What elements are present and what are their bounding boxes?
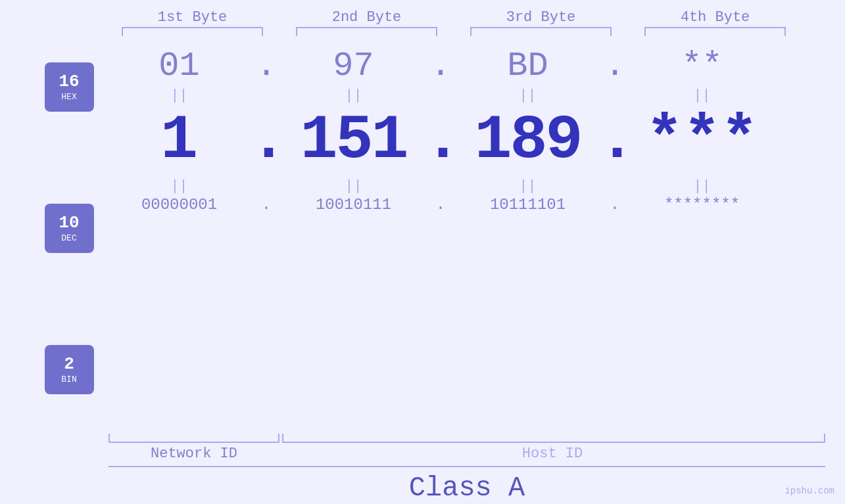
bracket-byte3 [470, 27, 612, 36]
dec-number: 10 [59, 214, 79, 233]
eq1-4: || [631, 87, 773, 104]
bin-val-4: ******** [631, 196, 773, 214]
dec-val-3: 189 [457, 105, 598, 176]
hex-val-1: 01 [109, 47, 250, 85]
class-section: Class A [0, 466, 845, 504]
bottom-labels: Network ID Host ID [109, 446, 825, 462]
bin-val-2: 10010111 [283, 196, 424, 214]
bracket-byte1 [122, 27, 263, 36]
eq1-1: || [109, 87, 250, 104]
attribution: ipshu.com [785, 486, 834, 496]
eq-row-1: || || || || [109, 85, 845, 105]
bracket-byte2 [296, 27, 437, 36]
hex-val-2: 97 [283, 47, 424, 85]
bottom-area: Network ID Host ID [0, 434, 845, 462]
header-byte2: 2nd Byte [296, 9, 437, 26]
dec-dot-1: . [250, 105, 283, 176]
top-brackets [0, 27, 845, 36]
hex-row: 01 . 97 . BD . ** [109, 47, 845, 85]
byte-headers: 1st Byte 2nd Byte 3rd Byte 4th Byte [0, 0, 845, 26]
header-byte3: 3rd Byte [470, 9, 612, 26]
eq-row-2: || || || || [109, 176, 845, 196]
eq2-2: || [283, 178, 424, 195]
eq2-3: || [457, 178, 598, 195]
hex-badge: 16 HEX [45, 62, 94, 112]
hex-val-4: ** [631, 47, 773, 85]
class-label: Class A [409, 472, 525, 504]
hex-dot-1: . [250, 47, 283, 85]
bin-dot-1: . [250, 196, 283, 214]
dec-label: DEC [61, 234, 76, 243]
dec-val-4: *** [631, 105, 773, 176]
bottom-brackets [109, 434, 825, 443]
hex-label: HEX [61, 93, 76, 102]
hex-val-3: BD [457, 47, 598, 85]
bin-badge: 2 BIN [45, 345, 94, 394]
base-badges: 16 HEX 10 DEC 2 BIN [30, 36, 109, 434]
bin-val-1: 00000001 [109, 196, 250, 214]
bin-number: 2 [64, 355, 74, 374]
dec-dot-2: . [424, 105, 457, 176]
bin-dot-3: . [598, 196, 631, 214]
header-byte1: 1st Byte [122, 9, 263, 26]
bin-val-3: 10111101 [457, 196, 598, 214]
bin-dot-2: . [424, 196, 457, 214]
dec-val-1: 1 [109, 105, 250, 176]
bracket-byte4 [644, 27, 786, 36]
dec-row: 1 . 151 . 189 . *** [109, 105, 845, 176]
class-divider [109, 466, 825, 467]
eq2-4: || [631, 178, 773, 195]
eq2-1: || [109, 178, 250, 195]
values-area: 01 . 97 . BD . ** || || || || 1 . [109, 36, 845, 434]
hex-dot-2: . [424, 47, 457, 85]
bin-label: BIN [61, 375, 76, 384]
page: 1st Byte 2nd Byte 3rd Byte 4th Byte 16 H… [0, 0, 845, 504]
eq1-2: || [283, 87, 424, 104]
dec-dot-3: . [598, 105, 631, 176]
rows-area: 16 HEX 10 DEC 2 BIN 01 . 97 . BD [0, 36, 845, 434]
hex-number: 16 [59, 72, 79, 91]
network-bracket [109, 434, 279, 443]
dec-val-2: 151 [283, 105, 424, 176]
hex-dot-3: . [598, 47, 631, 85]
dec-badge: 10 DEC [45, 204, 94, 253]
header-byte4: 4th Byte [644, 9, 786, 26]
eq1-3: || [457, 87, 598, 104]
bin-row: 00000001 . 10010111 . 10111101 . *******… [109, 196, 845, 214]
host-id-label: Host ID [279, 446, 825, 462]
network-id-label: Network ID [109, 446, 279, 462]
host-bracket [282, 434, 825, 443]
